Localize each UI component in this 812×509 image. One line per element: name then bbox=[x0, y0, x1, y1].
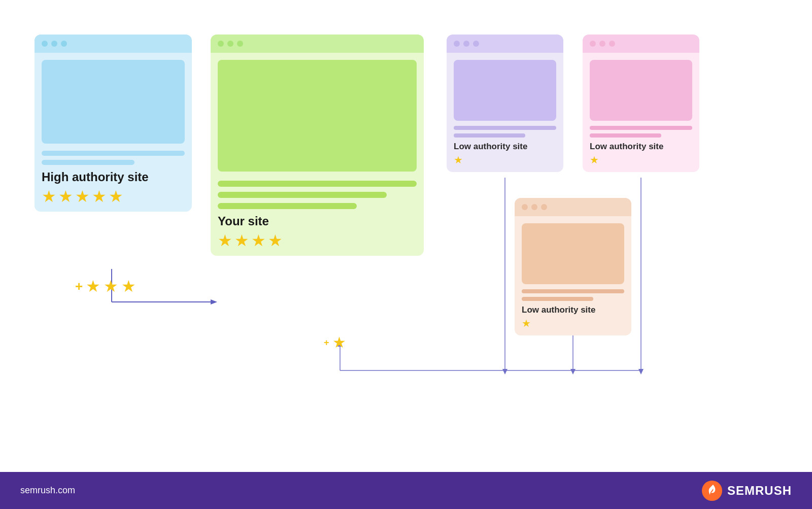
window-dot-3 bbox=[237, 41, 243, 47]
star-1: ★ bbox=[522, 318, 531, 328]
content-line-1 bbox=[522, 289, 624, 293]
your-site-label: Your site bbox=[218, 214, 417, 228]
svg-point-12 bbox=[702, 481, 722, 501]
svg-marker-9 bbox=[570, 369, 576, 375]
svg-marker-2 bbox=[211, 299, 217, 304]
low-auth-card-1: Low authority site ★ bbox=[447, 35, 563, 172]
bonus-stars-indicator: + ★ ★ ★ bbox=[75, 278, 136, 294]
low-auth-card-2: Low authority site ★ bbox=[583, 35, 699, 172]
star-1: ★ bbox=[590, 155, 599, 165]
window-dot-2 bbox=[51, 41, 57, 47]
star-1: ★ bbox=[218, 232, 232, 249]
semrush-brand-text: SEMRUSH bbox=[727, 484, 792, 498]
card-image bbox=[454, 60, 556, 121]
window-dot-3 bbox=[609, 41, 615, 47]
window-dot-2 bbox=[227, 41, 233, 47]
window-dot-3 bbox=[61, 41, 67, 47]
star-3: ★ bbox=[75, 188, 90, 205]
window-dot-2 bbox=[463, 41, 469, 47]
bonus-star-1: ★ bbox=[86, 278, 100, 294]
low-auth-2-label: Low authority site bbox=[590, 142, 692, 152]
semrush-flame-icon bbox=[702, 481, 722, 501]
card-image bbox=[218, 60, 417, 172]
your-site-stars: ★ ★ ★ ★ bbox=[218, 232, 417, 249]
star-3: ★ bbox=[251, 232, 266, 249]
star-2: ★ bbox=[58, 188, 73, 205]
svg-marker-6 bbox=[638, 369, 644, 375]
card-body: Low authority site ★ bbox=[583, 53, 699, 172]
window-dot-1 bbox=[522, 204, 528, 210]
high-auth-label: High authority site bbox=[42, 170, 185, 184]
window-dot-3 bbox=[473, 41, 479, 47]
window-dot-1 bbox=[590, 41, 596, 47]
star-1: ★ bbox=[454, 155, 463, 165]
content-line-2 bbox=[590, 133, 661, 138]
footer: semrush.com SEMRUSH bbox=[0, 472, 812, 509]
low-auth-2-stars: ★ bbox=[590, 155, 692, 165]
star-4: ★ bbox=[92, 188, 107, 205]
card-titlebar bbox=[35, 35, 192, 53]
window-dot-2 bbox=[531, 204, 537, 210]
plus-sign: + bbox=[75, 279, 83, 294]
high-authority-card: High authority site ★ ★ ★ ★ ★ bbox=[35, 35, 192, 212]
star-5: ★ bbox=[109, 188, 123, 205]
card-body: Low authority site ★ bbox=[515, 216, 631, 335]
content-line-1 bbox=[454, 126, 556, 130]
content-line-2 bbox=[218, 192, 387, 198]
content-line-2 bbox=[522, 297, 593, 301]
window-dot-3 bbox=[541, 204, 547, 210]
semrush-logo: SEMRUSH bbox=[702, 481, 792, 501]
low-auth-1-label: Low authority site bbox=[454, 142, 556, 152]
window-dot-1 bbox=[454, 41, 460, 47]
card-body: Your site ★ ★ ★ ★ bbox=[211, 53, 424, 256]
low-auth-1-stars: ★ bbox=[454, 155, 556, 165]
star-4: ★ bbox=[268, 232, 283, 249]
main-content: High authority site ★ ★ ★ ★ ★ + ★ ★ ★ bbox=[0, 0, 812, 472]
footer-url: semrush.com bbox=[20, 485, 75, 496]
content-line-3 bbox=[218, 203, 357, 209]
content-line-1 bbox=[42, 151, 185, 156]
content-line-1 bbox=[590, 126, 692, 130]
svg-marker-4 bbox=[502, 369, 507, 375]
high-auth-stars: ★ ★ ★ ★ ★ bbox=[42, 188, 185, 205]
bonus-star-your-site: + ★ bbox=[324, 335, 346, 350]
card-titlebar bbox=[211, 35, 424, 53]
bonus-star-3: ★ bbox=[121, 278, 136, 294]
card-titlebar bbox=[583, 35, 699, 53]
content-line-1 bbox=[218, 181, 417, 187]
card-titlebar bbox=[515, 198, 631, 216]
low-auth-card-3: Low authority site ★ bbox=[515, 198, 631, 335]
low-auth-3-stars: ★ bbox=[522, 318, 624, 328]
bonus-star-2: ★ bbox=[104, 278, 118, 294]
card-titlebar bbox=[447, 35, 563, 53]
card-image bbox=[522, 223, 624, 284]
card-image bbox=[590, 60, 692, 121]
card-image bbox=[42, 60, 185, 144]
window-dot-1 bbox=[218, 41, 224, 47]
bonus-star-single: ★ bbox=[332, 335, 346, 350]
star-1: ★ bbox=[42, 188, 56, 205]
your-site-card: Your site ★ ★ ★ ★ bbox=[211, 35, 424, 256]
content-line-2 bbox=[454, 133, 525, 138]
card-body: Low authority site ★ bbox=[447, 53, 563, 172]
star-2: ★ bbox=[234, 232, 249, 249]
plus-sign-small: + bbox=[324, 337, 329, 348]
window-dot-2 bbox=[599, 41, 605, 47]
content-line-2 bbox=[42, 160, 134, 165]
low-auth-3-label: Low authority site bbox=[522, 305, 624, 315]
card-body: High authority site ★ ★ ★ ★ ★ bbox=[35, 53, 192, 212]
window-dot-1 bbox=[42, 41, 48, 47]
